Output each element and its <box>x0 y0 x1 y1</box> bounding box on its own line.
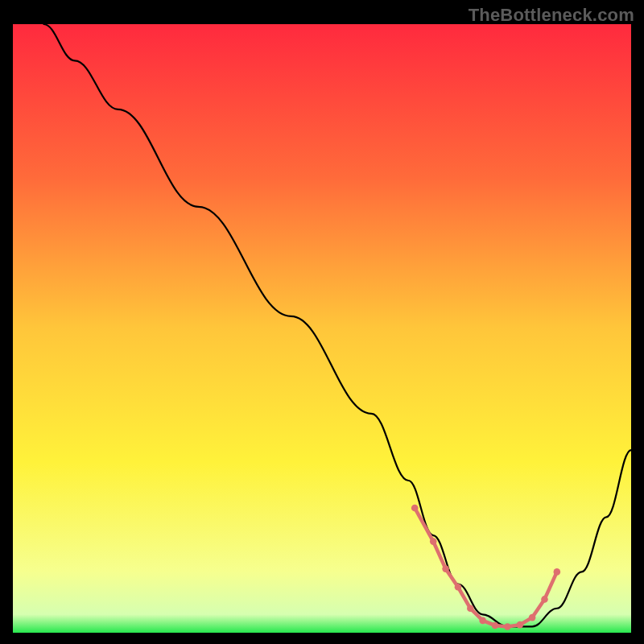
optimal-range-point <box>504 623 511 630</box>
optimal-range-point <box>529 614 536 621</box>
optimal-range-point <box>554 568 561 576</box>
optimal-range-point <box>455 584 462 591</box>
optimal-range-point <box>516 621 523 629</box>
plot-background <box>13 24 631 633</box>
optimal-range-point <box>442 565 449 572</box>
optimal-range-point <box>467 605 474 612</box>
optimal-range-point <box>430 538 437 545</box>
bottleneck-chart <box>0 0 644 644</box>
optimal-range-point <box>541 596 548 603</box>
chart-container: { "watermark": "TheBottleneck.com", "cha… <box>0 0 644 644</box>
optimal-range-point <box>479 617 486 625</box>
optimal-range-point <box>492 622 499 630</box>
optimal-range-point <box>411 505 419 512</box>
